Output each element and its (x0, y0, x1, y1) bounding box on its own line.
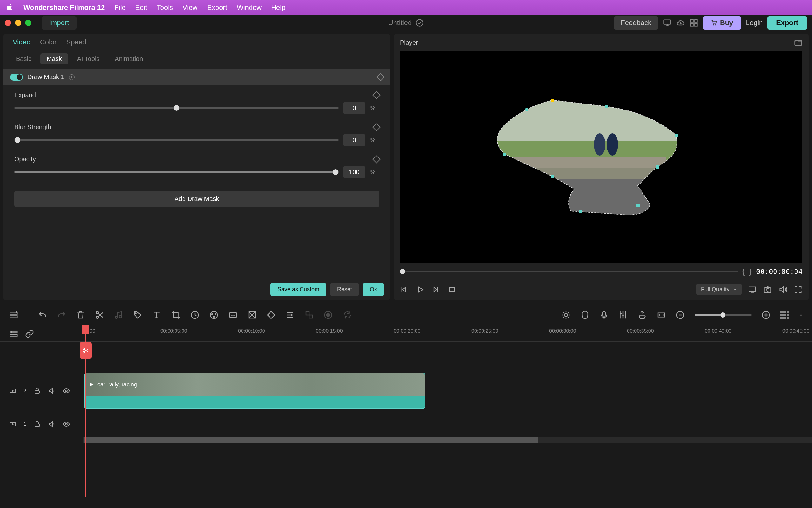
opacity-slider[interactable] (14, 171, 339, 173)
record-icon[interactable] (323, 310, 333, 320)
ok-button[interactable]: Ok (363, 283, 384, 296)
mask-enable-toggle[interactable] (10, 74, 23, 81)
keyframe-icon[interactable] (376, 73, 385, 81)
cloud-icon[interactable] (676, 18, 685, 27)
volume-icon[interactable] (778, 285, 787, 294)
app-name[interactable]: Wondershare Filmora 12 (24, 3, 105, 12)
tab-speed[interactable]: Speed (66, 38, 86, 46)
enhance-icon[interactable] (561, 310, 571, 320)
zoom-in-icon[interactable] (761, 310, 771, 320)
mark-out-icon[interactable]: } (749, 267, 752, 276)
expand-slider[interactable] (14, 107, 339, 109)
apple-icon[interactable] (6, 4, 14, 11)
tab-video[interactable]: Video (13, 38, 31, 46)
sync-audio-icon[interactable] (343, 310, 352, 320)
text-icon[interactable] (152, 310, 162, 320)
fit-icon[interactable] (657, 310, 666, 320)
maximize-window[interactable] (25, 20, 32, 26)
camera-icon[interactable] (763, 285, 772, 294)
mixer-icon[interactable] (618, 310, 628, 320)
video-clip[interactable]: car, rally, racing (84, 373, 425, 409)
display-icon[interactable] (748, 285, 757, 294)
crop-icon[interactable] (171, 310, 181, 320)
mark-in-icon[interactable]: { (742, 267, 745, 276)
time-ruler[interactable]: 00:00 00:00:05:00 00:00:10:00 00:00:15:0… (83, 326, 812, 341)
chroma-icon[interactable] (247, 310, 257, 320)
fullscreen-icon[interactable] (794, 285, 803, 294)
tab-color[interactable]: Color (40, 38, 57, 46)
next-frame-icon[interactable] (432, 285, 441, 294)
buy-button[interactable]: Buy (703, 16, 741, 30)
menu-help[interactable]: Help (271, 3, 285, 12)
quality-select[interactable]: Full Quality (696, 284, 741, 295)
blur-slider[interactable] (14, 139, 339, 141)
chevron-down-icon[interactable] (799, 313, 803, 317)
lock-icon[interactable] (33, 387, 41, 395)
apps-icon[interactable] (689, 18, 698, 27)
playhead[interactable] (85, 326, 86, 497)
expand-value[interactable]: 0 (343, 102, 365, 114)
mask-shape[interactable] (485, 97, 682, 217)
blur-value[interactable]: 0 (343, 134, 365, 146)
caption-icon[interactable] (228, 310, 238, 320)
redo-icon[interactable] (57, 310, 66, 320)
lock-icon[interactable] (33, 420, 41, 428)
monitor-icon[interactable] (663, 18, 672, 27)
subtab-basic[interactable]: Basic (9, 53, 38, 65)
play-icon[interactable] (416, 285, 425, 294)
subtab-animation[interactable]: Animation (108, 53, 149, 65)
export-button[interactable]: Export (767, 16, 807, 30)
keyframe-icon[interactable] (372, 91, 380, 99)
marker-icon[interactable] (580, 310, 590, 320)
close-window[interactable] (5, 20, 11, 26)
save-custom-button[interactable]: Save as Custom (270, 283, 326, 296)
visibility-icon[interactable] (62, 420, 70, 428)
add-mask-button[interactable]: Add Draw Mask (14, 191, 379, 207)
color-icon[interactable] (209, 310, 219, 320)
snapshot-icon[interactable] (794, 38, 803, 47)
mute-icon[interactable] (48, 420, 55, 428)
menu-edit[interactable]: Edit (135, 3, 147, 12)
import-button[interactable]: Import (42, 16, 77, 30)
link-icon[interactable] (25, 329, 34, 338)
adjust-icon[interactable] (285, 310, 295, 320)
subtab-mask[interactable]: Mask (40, 53, 68, 65)
subtab-aitools[interactable]: AI Tools (71, 53, 106, 65)
keyframe-icon[interactable] (372, 123, 380, 131)
timeline-scrollbar[interactable] (83, 437, 812, 443)
prev-frame-icon[interactable] (400, 285, 409, 294)
preview-viewport[interactable] (400, 51, 803, 263)
mic-icon[interactable] (599, 310, 609, 320)
visibility-icon[interactable] (62, 387, 70, 395)
menu-file[interactable]: File (114, 3, 125, 12)
info-icon[interactable]: i (69, 74, 75, 80)
reset-button[interactable]: Reset (330, 283, 359, 296)
menu-window[interactable]: Window (237, 3, 262, 12)
audio-detach-icon[interactable] (114, 310, 124, 320)
feedback-button[interactable]: Feedback (614, 16, 658, 30)
opacity-value[interactable]: 100 (343, 166, 365, 178)
thumbnail-size-icon[interactable] (780, 310, 789, 320)
keyframe-tool-icon[interactable] (266, 310, 276, 320)
zoom-out-icon[interactable] (676, 310, 685, 320)
split-icon[interactable] (95, 310, 104, 320)
scissors-icon[interactable] (80, 342, 92, 359)
group-icon[interactable] (305, 310, 314, 320)
undo-icon[interactable] (38, 310, 47, 320)
stop-icon[interactable] (448, 285, 456, 294)
zoom-slider[interactable] (694, 314, 752, 315)
scrub-bar[interactable] (400, 271, 738, 272)
menu-tools[interactable]: Tools (157, 3, 173, 12)
delete-icon[interactable] (76, 310, 85, 320)
login-button[interactable]: Login (746, 19, 763, 27)
speed-icon[interactable] (190, 310, 200, 320)
timeline-settings-icon[interactable] (9, 329, 18, 338)
menu-view[interactable]: View (183, 3, 197, 12)
render-icon[interactable] (637, 310, 647, 320)
menu-export[interactable]: Export (207, 3, 227, 12)
add-track-icon[interactable] (9, 310, 18, 320)
mute-icon[interactable] (48, 387, 55, 395)
minimize-window[interactable] (15, 20, 21, 26)
tag-icon[interactable] (133, 310, 142, 320)
keyframe-icon[interactable] (372, 155, 380, 163)
